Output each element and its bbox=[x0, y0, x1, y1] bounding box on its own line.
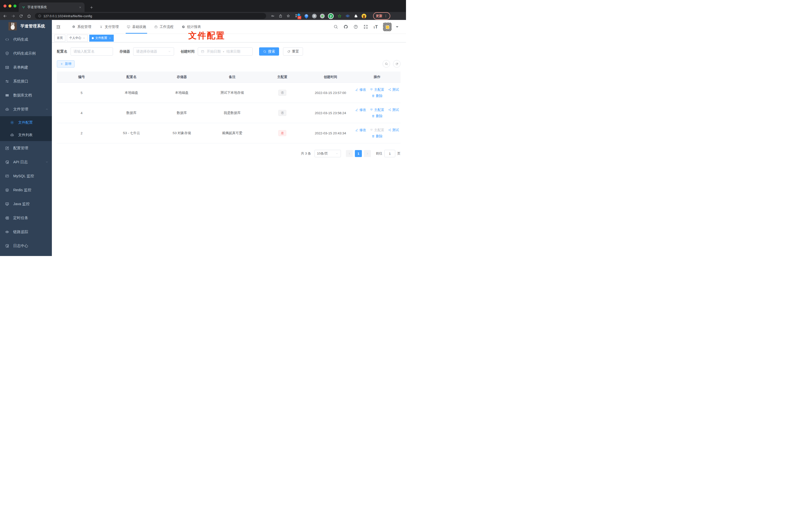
delete-action[interactable]: 删除 bbox=[372, 134, 382, 139]
active-dot bbox=[92, 37, 94, 39]
sidebar-item-file-mgmt[interactable]: 文件管理 bbox=[0, 102, 52, 116]
share-icon[interactable] bbox=[279, 14, 283, 18]
tab-favicon-icon bbox=[22, 5, 25, 9]
delete-action[interactable]: 删除 bbox=[372, 114, 382, 118]
cloud-up-icon bbox=[10, 133, 14, 137]
sidebar-item-db-doc[interactable]: 数据库文档 bbox=[0, 88, 52, 102]
sidebar-item-mysql-monitor[interactable]: MySQL 监控 bbox=[0, 169, 52, 183]
app-logo[interactable]: 芋道管理系统 bbox=[0, 20, 52, 32]
nav-menu-workflow[interactable]: 工作流程 bbox=[150, 20, 178, 34]
address-bar[interactable]: 127.0.0.1:1024/infra/file/file-config bbox=[35, 13, 266, 19]
browser-tab[interactable]: 芋道管理系统 bbox=[19, 2, 85, 12]
test-action[interactable]: 测试 bbox=[388, 88, 399, 92]
test-action[interactable]: 测试 bbox=[388, 128, 399, 132]
toggle-search-button[interactable] bbox=[382, 60, 390, 67]
close-icon[interactable] bbox=[109, 37, 111, 39]
forward-button[interactable] bbox=[11, 14, 15, 18]
extension-eye-icon[interactable] bbox=[345, 13, 350, 19]
note-icon bbox=[5, 160, 9, 164]
browser-menu-icon[interactable] bbox=[384, 14, 387, 18]
window-controls[interactable] bbox=[3, 4, 17, 7]
browser-chrome: 芋道管理系统 127.0.0.1:1024/infra/file/file-co… bbox=[0, 0, 406, 20]
sidebar-item-redis-monitor[interactable]: Redis 监控 bbox=[0, 183, 52, 197]
avatar[interactable] bbox=[383, 23, 392, 31]
user-dropdown-caret-icon[interactable] bbox=[395, 24, 400, 29]
home-button[interactable] bbox=[27, 14, 31, 18]
extension-grid-icon[interactable]: 11 bbox=[295, 13, 300, 19]
goto-page-input[interactable] bbox=[384, 150, 395, 157]
bookmark-icon[interactable] bbox=[286, 14, 290, 18]
cell-storage: S3 对象存储 bbox=[156, 123, 207, 143]
storage-label: 存储器 bbox=[119, 49, 130, 54]
search-button[interactable]: 搜索 bbox=[259, 48, 279, 56]
sidebar-item-api-log[interactable]: API 日志 bbox=[0, 155, 52, 169]
master-action[interactable]: 主配置 bbox=[370, 128, 384, 132]
back-button[interactable] bbox=[3, 14, 7, 18]
search-icon[interactable] bbox=[334, 24, 338, 29]
prev-page-button[interactable] bbox=[346, 150, 353, 157]
nav-menu-infra[interactable]: 基础设施 bbox=[123, 20, 150, 34]
refresh-table-button[interactable] bbox=[393, 60, 401, 67]
delete-action[interactable]: 删除 bbox=[372, 94, 382, 98]
sidebar-item-java-monitor[interactable]: Java 监控 bbox=[0, 197, 52, 211]
new-tab-button[interactable] bbox=[90, 5, 93, 9]
config-name-input[interactable]: 请输入配置名 bbox=[70, 48, 113, 56]
test-action[interactable]: 测试 bbox=[388, 108, 399, 112]
add-button[interactable]: 新增 bbox=[57, 60, 75, 67]
page-size-select[interactable]: 10条/页 bbox=[315, 150, 341, 157]
date-range-picker[interactable]: 开始日期 - 结束日期 bbox=[198, 48, 253, 56]
extension-y-icon[interactable]: y bbox=[328, 13, 334, 19]
extension-star-icon[interactable] bbox=[337, 13, 342, 19]
magnet-icon bbox=[370, 128, 373, 131]
help-icon[interactable] bbox=[353, 24, 358, 29]
reset-button[interactable]: 重置 bbox=[283, 48, 303, 56]
sidebar-item-file-list[interactable]: 文件列表 bbox=[0, 129, 52, 141]
sidebar-item-config-mgmt[interactable]: 配置管理 bbox=[0, 141, 52, 155]
extension-emoji-icon[interactable] bbox=[361, 14, 366, 19]
edit-action[interactable]: 修改 bbox=[355, 128, 366, 132]
sidebar-item-form-build[interactable]: 表单构建 bbox=[0, 60, 52, 74]
cloud-down-icon bbox=[5, 107, 9, 112]
tag-view-item[interactable]: 首页 bbox=[54, 35, 65, 42]
edit-action[interactable]: 修改 bbox=[355, 108, 366, 112]
extension-command-icon[interactable]: ⌘ bbox=[312, 14, 317, 19]
sidebar-item-scheduled-job[interactable]: 定时任务 bbox=[0, 211, 52, 225]
password-manager-icon[interactable] bbox=[271, 14, 275, 18]
tab-close-icon[interactable] bbox=[79, 6, 82, 9]
nav-menu-payment[interactable]: 支付管理 bbox=[95, 20, 123, 34]
navbar-actions: TT bbox=[334, 23, 400, 31]
page-content: 配置名 请输入配置名 存储器 请选择存储器 创建时间 bbox=[52, 42, 406, 157]
sidebar-item-log-center[interactable]: 日志中心 bbox=[0, 239, 52, 253]
close-window-button[interactable] bbox=[3, 4, 6, 7]
extension-balloon-icon[interactable] bbox=[304, 13, 309, 19]
extension-record-icon[interactable] bbox=[320, 14, 325, 19]
sidebar-item-trace[interactable]: 链路追踪 bbox=[0, 225, 52, 239]
page-number-button[interactable]: 1 bbox=[355, 150, 362, 157]
browser-update-button[interactable]: 更新 bbox=[373, 12, 390, 20]
font-size-icon[interactable]: TT bbox=[373, 25, 378, 29]
sidebar-item-file-config[interactable]: 文件配置 bbox=[0, 116, 52, 129]
extensions-puzzle-icon[interactable] bbox=[353, 13, 358, 19]
master-action[interactable]: 主配置 bbox=[370, 88, 384, 92]
edit-action[interactable]: 修改 bbox=[355, 88, 366, 92]
reload-button[interactable] bbox=[19, 14, 23, 18]
nav-menu-system[interactable]: 系统管理 bbox=[68, 20, 95, 34]
next-page-button[interactable] bbox=[364, 150, 371, 157]
site-info-icon[interactable] bbox=[38, 14, 41, 18]
master-action[interactable]: 主配置 bbox=[370, 108, 384, 112]
sidebar-item-system-api[interactable]: 系统接口 bbox=[0, 74, 52, 88]
close-icon[interactable] bbox=[83, 37, 85, 39]
fullscreen-icon[interactable] bbox=[364, 24, 368, 29]
github-icon[interactable] bbox=[343, 24, 348, 29]
tag-view-item[interactable]: 个人中心 bbox=[67, 35, 88, 42]
stack-icon bbox=[5, 188, 9, 192]
sidebar-item-code-demo[interactable]: 代码生成示例 bbox=[0, 47, 52, 60]
sidebar-collapse-icon[interactable] bbox=[54, 24, 62, 29]
tag-view-item[interactable]: 文件配置 bbox=[89, 35, 114, 42]
storage-select[interactable]: 请选择存储器 bbox=[133, 48, 174, 56]
cell-created: 2022-03-15 23:56:24 bbox=[307, 103, 354, 123]
zoom-window-button[interactable] bbox=[13, 4, 17, 7]
minimize-window-button[interactable] bbox=[8, 4, 11, 7]
pencil-icon bbox=[355, 108, 358, 112]
sidebar-item-code-gen[interactable]: 代码生成 bbox=[0, 32, 52, 47]
